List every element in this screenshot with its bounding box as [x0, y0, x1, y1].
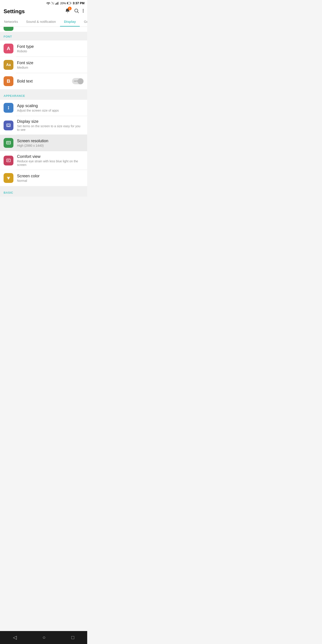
comfort-view-item[interactable]: Comfort view Reduce eye strain with less… [0, 151, 87, 170]
svg-point-14 [75, 9, 78, 12]
screen-color-title: Screen color [17, 174, 84, 178]
screen-color-text: Screen color Normal [17, 174, 84, 182]
battery-icon [67, 2, 71, 4]
display-size-text: Display size Set items on the screen to … [17, 119, 84, 132]
bold-text-item[interactable]: B Bold text OFF [0, 73, 87, 89]
bold-text-toggle[interactable]: OFF [72, 78, 84, 84]
app-scaling-subtitle: Adjust the screen size of apps [17, 109, 84, 112]
svg-rect-6 [55, 4, 56, 5]
svg-rect-26 [7, 159, 10, 162]
svg-point-17 [83, 10, 84, 11]
wifi-icon [46, 2, 50, 5]
svg-rect-20 [8, 124, 10, 126]
more-options-icon [83, 8, 84, 13]
font-size-title: Font size [17, 60, 84, 65]
appearance-section-header: APPEARANCE [0, 91, 87, 100]
comfort-view-text: Comfort view Reduce eye strain with less… [17, 154, 84, 166]
svg-point-0 [48, 4, 49, 5]
svg-rect-7 [56, 3, 56, 5]
svg-rect-9 [58, 2, 58, 5]
display-size-icon [4, 120, 14, 130]
search-button[interactable] [74, 8, 79, 15]
app-scaling-text: App scaling Adjust the screen size of ap… [17, 104, 84, 112]
nav-spacer [0, 196, 87, 212]
svg-rect-2 [52, 4, 52, 5]
svg-point-16 [83, 9, 84, 10]
display-size-item[interactable]: Display size Set items on the screen to … [0, 116, 87, 134]
app-scaling-item[interactable]: App scaling Adjust the screen size of ap… [0, 100, 87, 116]
time: 3:37 PM [73, 1, 84, 5]
svg-line-15 [78, 12, 79, 13]
font-size-subtitle: Medium [17, 66, 84, 69]
font-type-text: Font type Roboto [17, 44, 84, 53]
search-icon [74, 8, 79, 14]
comfort-view-subtitle: Reduce eye strain with less blue light o… [17, 160, 84, 166]
svg-rect-13 [67, 2, 68, 4]
page-title: Settings [4, 8, 25, 14]
tab-sound-notification[interactable]: Sound & notification [22, 16, 60, 26]
svg-rect-19 [7, 124, 10, 126]
font-size-icon: Aa [4, 60, 14, 70]
svg-rect-5 [54, 2, 54, 4]
screen-color-subtitle: Normal [17, 179, 84, 182]
header: Settings 1 [0, 6, 87, 16]
screen-resolution-title: Screen resolution [17, 139, 84, 143]
screen-color-icon [4, 173, 14, 183]
signal-bars-icon [55, 2, 59, 5]
comfort-view-title: Comfort view [17, 154, 84, 159]
font-section-header: FONT [0, 32, 87, 40]
battery-percent: 20% [60, 2, 66, 5]
font-size-item[interactable]: Aa Font size Medium [0, 57, 87, 73]
svg-rect-21 [6, 141, 10, 144]
app-scaling-title: App scaling [17, 104, 84, 108]
status-icons: 20% [46, 2, 71, 5]
svg-rect-10 [58, 2, 59, 5]
status-bar: 20% 3:37 PM [0, 0, 87, 6]
tab-general[interactable]: General [80, 16, 87, 26]
partial-top-item [0, 27, 87, 32]
screen-resolution-item[interactable]: Screen resolution High (2880 x 1440) [0, 135, 87, 151]
font-size-text: Font size Medium [17, 60, 84, 69]
basic-section-header: BASIC [0, 188, 87, 196]
svg-point-30 [8, 178, 9, 179]
display-size-title: Display size [17, 119, 84, 124]
svg-point-18 [83, 12, 84, 12]
font-type-subtitle: Roboto [17, 50, 84, 53]
font-type-title: Font type [17, 44, 84, 49]
screen-color-item[interactable]: Screen color Normal [0, 170, 87, 186]
section-divider-basic [0, 186, 87, 188]
app-scaling-icon [4, 103, 14, 113]
svg-point-29 [8, 177, 10, 178]
svg-rect-8 [57, 2, 58, 5]
bold-text-icon: B [4, 76, 14, 86]
tab-networks[interactable]: Networks [0, 16, 22, 26]
notification-badge: 1 [68, 7, 72, 10]
more-options-button[interactable] [83, 8, 84, 14]
notification-bell-button[interactable]: 1 [65, 8, 70, 15]
bold-text-toggle-switch[interactable]: OFF [72, 78, 84, 84]
toggle-knob [78, 78, 83, 84]
screen-resolution-text: Screen resolution High (2880 x 1440) [17, 139, 84, 147]
display-size-subtitle: Set items on the screen to a size easy f… [17, 124, 84, 132]
bold-text-text: Bold text [17, 79, 72, 84]
bold-text-title: Bold text [17, 79, 72, 84]
font-type-item[interactable]: A Font type Roboto [0, 40, 87, 56]
header-actions: 1 [65, 8, 84, 15]
font-type-icon: A [4, 44, 14, 54]
section-divider-appearance [0, 89, 87, 91]
svg-point-28 [7, 177, 8, 178]
tab-bar: Networks Sound & notification Display Ge… [0, 16, 87, 27]
tab-display[interactable]: Display [60, 16, 80, 26]
screen-resolution-icon [4, 138, 14, 148]
svg-rect-12 [71, 3, 71, 4]
signal-off-icon [51, 2, 54, 5]
toggle-off-label: OFF [74, 80, 78, 82]
svg-rect-3 [52, 3, 52, 4]
svg-rect-4 [53, 2, 54, 4]
comfort-view-icon [4, 156, 14, 166]
screen-resolution-subtitle: High (2880 x 1440) [17, 144, 84, 147]
